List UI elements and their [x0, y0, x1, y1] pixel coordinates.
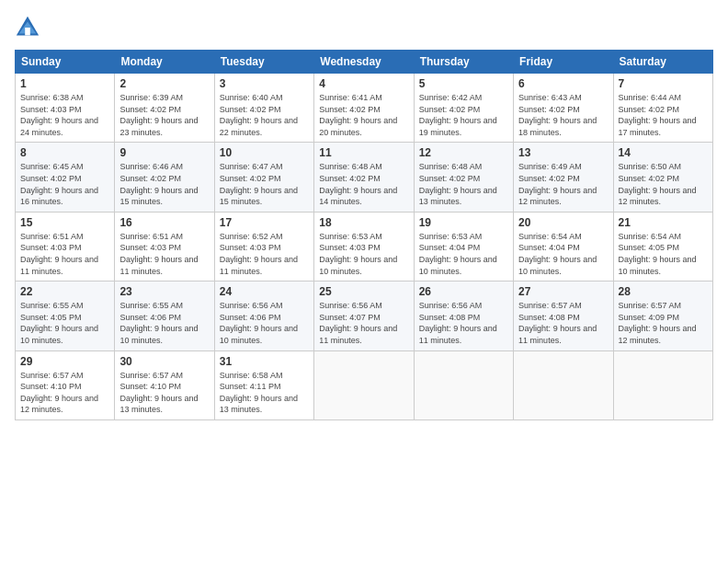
day-info: Sunrise: 6:46 AM Sunset: 4:02 PM Dayligh… [119, 161, 209, 207]
day-info: Sunrise: 6:38 AM Sunset: 4:03 PM Dayligh… [20, 92, 109, 138]
calendar-cell: 1 Sunrise: 6:38 AM Sunset: 4:03 PM Dayli… [16, 74, 115, 143]
day-number: 20 [518, 216, 608, 229]
day-number: 30 [119, 355, 209, 368]
day-info: Sunrise: 6:39 AM Sunset: 4:02 PM Dayligh… [119, 92, 209, 138]
calendar-cell: 28 Sunrise: 6:57 AM Sunset: 4:09 PM Dayl… [613, 282, 712, 350]
day-info: Sunrise: 6:42 AM Sunset: 4:02 PM Dayligh… [419, 92, 508, 138]
day-number: 27 [518, 285, 608, 298]
calendar-cell: 5 Sunrise: 6:42 AM Sunset: 4:02 PM Dayli… [414, 74, 513, 143]
day-info: Sunrise: 6:49 AM Sunset: 4:02 PM Dayligh… [518, 161, 608, 207]
day-info: Sunrise: 6:50 AM Sunset: 4:02 PM Dayligh… [619, 161, 708, 207]
day-number: 2 [119, 77, 209, 90]
day-header-tuesday: Tuesday [214, 51, 313, 74]
day-info: Sunrise: 6:48 AM Sunset: 4:02 PM Dayligh… [319, 161, 408, 207]
calendar-cell: 6 Sunrise: 6:43 AM Sunset: 4:02 PM Dayli… [514, 74, 613, 143]
day-number: 15 [20, 216, 109, 229]
day-number: 1 [20, 77, 109, 90]
day-number: 22 [20, 285, 109, 298]
svg-rect-2 [25, 28, 30, 35]
day-info: Sunrise: 6:57 AM Sunset: 4:10 PM Dayligh… [20, 370, 109, 416]
day-number: 17 [220, 216, 309, 229]
day-number: 16 [119, 216, 209, 229]
day-number: 23 [119, 285, 209, 298]
calendar-cell: 13 Sunrise: 6:49 AM Sunset: 4:02 PM Dayl… [514, 143, 613, 212]
calendar-cell: 18 Sunrise: 6:53 AM Sunset: 4:03 PM Dayl… [314, 212, 414, 281]
day-number: 10 [220, 146, 309, 159]
calendar-cell [314, 350, 414, 419]
day-number: 18 [319, 216, 408, 229]
calendar-page: SundayMondayTuesdayWednesdayThursdayFrid… [0, 0, 728, 563]
week-row-4: 22 Sunrise: 6:55 AM Sunset: 4:05 PM Dayl… [16, 282, 713, 350]
header [15, 15, 713, 40]
calendar-cell: 4 Sunrise: 6:41 AM Sunset: 4:02 PM Dayli… [314, 74, 414, 143]
day-info: Sunrise: 6:53 AM Sunset: 4:03 PM Dayligh… [319, 231, 408, 277]
calendar-cell: 31 Sunrise: 6:58 AM Sunset: 4:11 PM Dayl… [214, 350, 313, 419]
day-info: Sunrise: 6:57 AM Sunset: 4:09 PM Dayligh… [619, 300, 708, 346]
day-number: 8 [20, 146, 109, 159]
day-info: Sunrise: 6:54 AM Sunset: 4:04 PM Dayligh… [518, 231, 608, 277]
day-info: Sunrise: 6:56 AM Sunset: 4:07 PM Dayligh… [319, 300, 408, 346]
day-number: 9 [119, 146, 209, 159]
calendar-cell [414, 350, 513, 419]
day-number: 25 [319, 285, 408, 298]
day-info: Sunrise: 6:56 AM Sunset: 4:08 PM Dayligh… [419, 300, 508, 346]
calendar-cell: 30 Sunrise: 6:57 AM Sunset: 4:10 PM Dayl… [115, 350, 214, 419]
week-row-3: 15 Sunrise: 6:51 AM Sunset: 4:03 PM Dayl… [16, 212, 713, 281]
calendar-cell: 19 Sunrise: 6:53 AM Sunset: 4:04 PM Dayl… [414, 212, 513, 281]
day-info: Sunrise: 6:47 AM Sunset: 4:02 PM Dayligh… [220, 161, 309, 207]
calendar-cell [514, 350, 613, 419]
day-info: Sunrise: 6:55 AM Sunset: 4:05 PM Dayligh… [20, 300, 109, 346]
calendar-cell: 3 Sunrise: 6:40 AM Sunset: 4:02 PM Dayli… [214, 74, 313, 143]
week-row-1: 1 Sunrise: 6:38 AM Sunset: 4:03 PM Dayli… [16, 74, 713, 143]
day-info: Sunrise: 6:56 AM Sunset: 4:06 PM Dayligh… [220, 300, 309, 346]
day-number: 24 [220, 285, 309, 298]
day-info: Sunrise: 6:52 AM Sunset: 4:03 PM Dayligh… [220, 231, 309, 277]
day-info: Sunrise: 6:55 AM Sunset: 4:06 PM Dayligh… [119, 300, 209, 346]
calendar-cell: 2 Sunrise: 6:39 AM Sunset: 4:02 PM Dayli… [115, 74, 214, 143]
calendar-cell: 14 Sunrise: 6:50 AM Sunset: 4:02 PM Dayl… [613, 143, 712, 212]
calendar-cell: 24 Sunrise: 6:56 AM Sunset: 4:06 PM Dayl… [214, 282, 313, 350]
calendar-cell: 29 Sunrise: 6:57 AM Sunset: 4:10 PM Dayl… [16, 350, 115, 419]
day-number: 31 [220, 355, 309, 368]
calendar-cell: 27 Sunrise: 6:57 AM Sunset: 4:08 PM Dayl… [514, 282, 613, 350]
calendar-cell: 7 Sunrise: 6:44 AM Sunset: 4:02 PM Dayli… [613, 74, 712, 143]
calendar-header-row: SundayMondayTuesdayWednesdayThursdayFrid… [16, 51, 713, 74]
day-number: 21 [619, 216, 708, 229]
day-info: Sunrise: 6:54 AM Sunset: 4:05 PM Dayligh… [619, 231, 708, 277]
day-info: Sunrise: 6:40 AM Sunset: 4:02 PM Dayligh… [220, 92, 309, 138]
day-info: Sunrise: 6:41 AM Sunset: 4:02 PM Dayligh… [319, 92, 408, 138]
day-header-monday: Monday [115, 51, 214, 74]
day-number: 28 [619, 285, 708, 298]
calendar-cell: 16 Sunrise: 6:51 AM Sunset: 4:03 PM Dayl… [115, 212, 214, 281]
logo [15, 15, 44, 40]
calendar-cell: 20 Sunrise: 6:54 AM Sunset: 4:04 PM Dayl… [514, 212, 613, 281]
calendar-cell: 25 Sunrise: 6:56 AM Sunset: 4:07 PM Dayl… [314, 282, 414, 350]
day-number: 12 [419, 146, 508, 159]
calendar-cell: 9 Sunrise: 6:46 AM Sunset: 4:02 PM Dayli… [115, 143, 214, 212]
calendar-cell: 11 Sunrise: 6:48 AM Sunset: 4:02 PM Dayl… [314, 143, 414, 212]
day-info: Sunrise: 6:57 AM Sunset: 4:10 PM Dayligh… [119, 370, 209, 416]
day-header-friday: Friday [514, 51, 613, 74]
day-header-thursday: Thursday [414, 51, 513, 74]
day-number: 26 [419, 285, 508, 298]
day-number: 19 [419, 216, 508, 229]
day-info: Sunrise: 6:45 AM Sunset: 4:02 PM Dayligh… [20, 161, 109, 207]
logo-icon [15, 15, 40, 40]
day-number: 5 [419, 77, 508, 90]
week-row-5: 29 Sunrise: 6:57 AM Sunset: 4:10 PM Dayl… [16, 350, 713, 419]
day-number: 7 [619, 77, 708, 90]
day-number: 14 [619, 146, 708, 159]
calendar-cell: 10 Sunrise: 6:47 AM Sunset: 4:02 PM Dayl… [214, 143, 313, 212]
calendar-cell: 26 Sunrise: 6:56 AM Sunset: 4:08 PM Dayl… [414, 282, 513, 350]
calendar-table: SundayMondayTuesdayWednesdayThursdayFrid… [15, 50, 713, 420]
day-header-saturday: Saturday [613, 51, 712, 74]
day-info: Sunrise: 6:51 AM Sunset: 4:03 PM Dayligh… [20, 231, 109, 277]
day-info: Sunrise: 6:51 AM Sunset: 4:03 PM Dayligh… [119, 231, 209, 277]
day-header-wednesday: Wednesday [314, 51, 414, 74]
calendar-cell: 8 Sunrise: 6:45 AM Sunset: 4:02 PM Dayli… [16, 143, 115, 212]
calendar-cell: 23 Sunrise: 6:55 AM Sunset: 4:06 PM Dayl… [115, 282, 214, 350]
day-header-sunday: Sunday [16, 51, 115, 74]
calendar-cell [613, 350, 712, 419]
day-number: 6 [518, 77, 608, 90]
day-info: Sunrise: 6:53 AM Sunset: 4:04 PM Dayligh… [419, 231, 508, 277]
